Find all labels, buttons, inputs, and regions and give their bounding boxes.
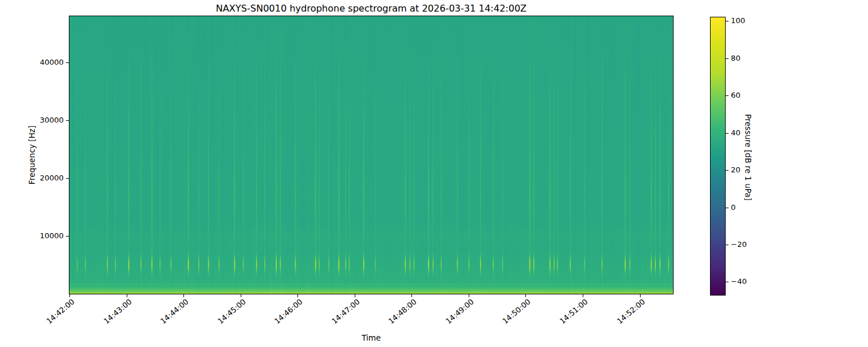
x-tick-mark bbox=[127, 294, 127, 297]
colorbar-tick-mark bbox=[726, 245, 729, 245]
figure-root: NAXYS-SN0010 hydrophone spectrogram at 2… bbox=[0, 0, 868, 347]
colorbar-tick-label: 100 bbox=[731, 16, 745, 25]
colorbar-tick-mark bbox=[726, 208, 729, 208]
y-tick-mark bbox=[66, 120, 69, 121]
y-tick-mark bbox=[66, 236, 69, 237]
colorbar-tick-mark bbox=[726, 95, 729, 96]
spectrogram-canvas bbox=[69, 16, 674, 294]
colorbar-label: Pressure [dB re 1 uPa] bbox=[744, 114, 753, 201]
x-tick-mark bbox=[355, 294, 355, 297]
y-tick-mark bbox=[66, 62, 69, 63]
x-tick-mark bbox=[241, 294, 241, 297]
y-tick-label: 10000 bbox=[0, 231, 64, 241]
colorbar-tick-label: 60 bbox=[731, 91, 741, 100]
x-axis-label: Time bbox=[69, 333, 673, 342]
colorbar-tick-mark bbox=[726, 170, 729, 171]
colorbar-tick-label: 20 bbox=[731, 165, 741, 175]
y-tick-mark bbox=[66, 178, 69, 179]
x-tick-mark bbox=[640, 294, 641, 297]
colorbar-tick-mark bbox=[726, 21, 729, 21]
colorbar-tick-label: −20 bbox=[731, 240, 746, 249]
colorbar-tick-mark bbox=[726, 133, 729, 134]
colorbar-tick-label: 80 bbox=[731, 54, 741, 63]
y-tick-label: 30000 bbox=[0, 116, 64, 125]
colorbar-tick-label: 40 bbox=[731, 128, 741, 138]
x-tick-mark bbox=[469, 294, 469, 297]
colorbar-tick-label: 0 bbox=[731, 203, 735, 212]
colorbar-canvas bbox=[710, 17, 726, 296]
y-tick-label: 40000 bbox=[0, 58, 64, 67]
colorbar-tick-mark bbox=[726, 282, 729, 282]
plot-title: NAXYS-SN0010 hydrophone spectrogram at 2… bbox=[69, 3, 673, 14]
colorbar-tick-mark bbox=[726, 58, 729, 59]
y-tick-label: 20000 bbox=[0, 174, 64, 183]
colorbar-tick-label: −40 bbox=[731, 277, 746, 286]
